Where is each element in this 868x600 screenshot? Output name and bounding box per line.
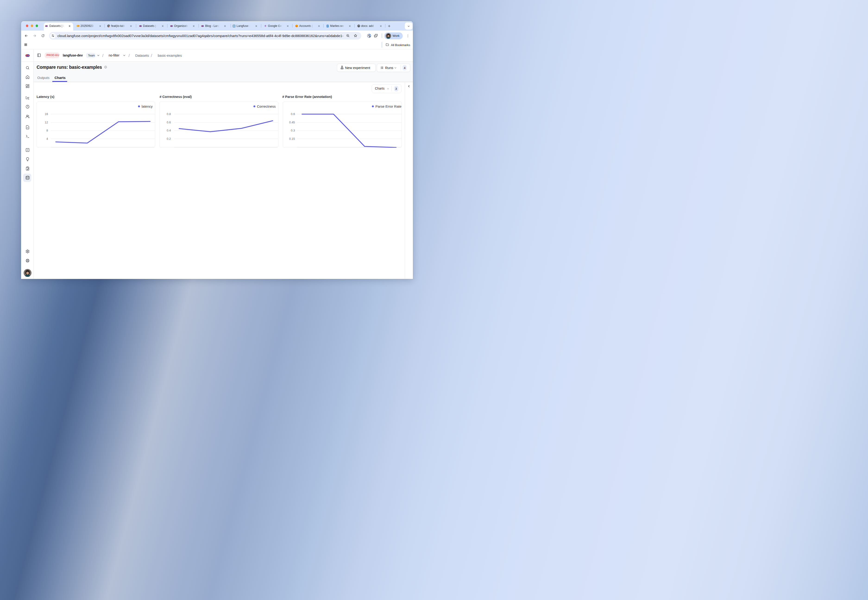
svg-text:0.3: 0.3 xyxy=(291,129,295,132)
svg-text:12: 12 xyxy=(45,120,48,124)
svg-text:0.8: 0.8 xyxy=(167,112,171,116)
svg-text:0.4: 0.4 xyxy=(167,129,171,132)
svg-text:16: 16 xyxy=(45,112,48,116)
svg-text:8: 8 xyxy=(46,129,48,132)
svg-text:0.15: 0.15 xyxy=(289,137,295,140)
svg-text:0.2: 0.2 xyxy=(167,137,171,140)
svg-text:0.6: 0.6 xyxy=(291,112,295,116)
svg-text:4: 4 xyxy=(46,137,48,140)
svg-text:6: 6 xyxy=(234,25,234,27)
svg-text:0.45: 0.45 xyxy=(289,120,295,124)
svg-text:0.6: 0.6 xyxy=(167,120,171,124)
